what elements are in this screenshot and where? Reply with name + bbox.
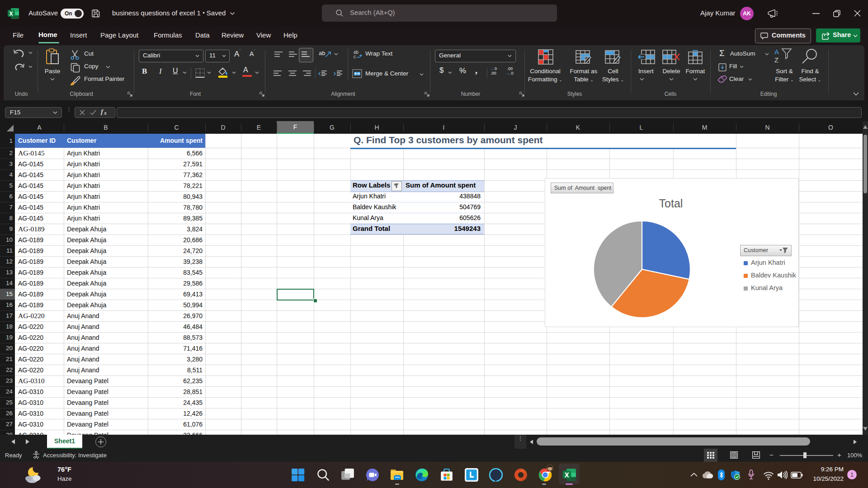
svg-text:A: A	[774, 48, 779, 56]
svg-text:c: c	[354, 54, 356, 59]
svg-text:Z: Z	[774, 56, 778, 64]
